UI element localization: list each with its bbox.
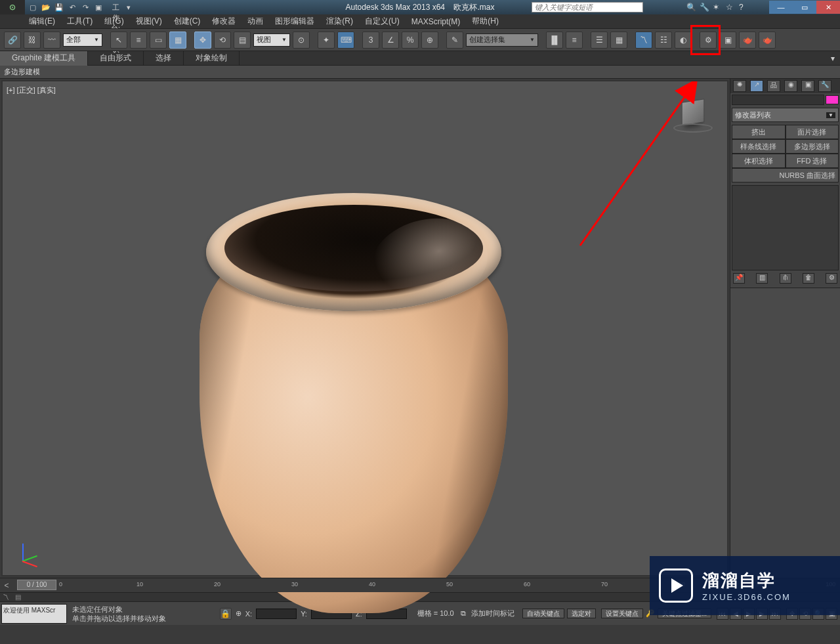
bind-spacewarp-icon[interactable]: 〰 (43, 32, 60, 49)
menu-modifiers[interactable]: 修改器 (212, 16, 236, 27)
menu-customize[interactable]: 自定义(U) (365, 16, 400, 27)
modifier-list-dropdown[interactable]: 修改器列表▼ (732, 108, 839, 122)
minimize-button[interactable]: — (769, 1, 793, 14)
ribbon-collapse-icon[interactable]: ▾ (826, 54, 840, 63)
menu-maxscript[interactable]: MAXScript(M) (411, 17, 461, 26)
configure-sets-icon[interactable]: ⚙ (826, 273, 837, 284)
mod-btn-splinesel[interactable]: 样条线选择 (732, 139, 786, 154)
use-center-icon[interactable]: ⊙ (293, 32, 310, 49)
refcoord-dropdown[interactable]: 视图▼ (253, 33, 290, 47)
rendered-frame-icon[interactable]: ▣ (719, 32, 736, 49)
mod-btn-ffdsel[interactable]: FFD 选择 (786, 154, 839, 168)
pin-stack-icon[interactable]: 📌 (733, 273, 745, 284)
curve-editor-icon[interactable]: 〽 (635, 32, 652, 49)
ribbon-panel-polymodeling[interactable]: 多边形建模 (0, 66, 840, 79)
save-icon[interactable]: 💾 (54, 2, 64, 12)
new-icon[interactable]: ▢ (28, 2, 38, 12)
object-name-input[interactable] (732, 95, 824, 105)
render-production-icon[interactable]: 🫖 (739, 32, 756, 49)
exchange-icon[interactable]: ✶ (713, 3, 722, 12)
make-unique-icon[interactable]: ⫛ (780, 273, 791, 284)
remove-mod-icon[interactable]: 🗑 (803, 273, 814, 284)
undo-icon[interactable]: ↶ (67, 2, 77, 12)
setkey-button[interactable]: 设置关键点 (601, 609, 643, 618)
help-icon[interactable]: ? (739, 3, 748, 12)
link-icon[interactable]: 🔗 (4, 32, 21, 49)
open-icon[interactable]: 📂 (41, 2, 51, 12)
selection-filter-dropdown[interactable]: 全部▼ (63, 33, 102, 47)
menu-help[interactable]: 帮助(H) (472, 16, 499, 27)
select-move-icon[interactable]: ✥ (194, 32, 211, 49)
select-rotate-icon[interactable]: ⟲ (214, 32, 231, 49)
viewcube[interactable] (675, 97, 711, 134)
help-search-input[interactable] (532, 2, 643, 12)
angle-snap-icon[interactable]: ∠ (382, 32, 399, 49)
project-icon[interactable]: ▣ (93, 2, 104, 12)
redo-icon[interactable]: ↷ (80, 2, 91, 12)
ribbon-tab-graphite[interactable]: Graphite 建模工具 (0, 51, 88, 66)
tab-display-icon[interactable]: ▣ (801, 80, 814, 92)
schematic-view-icon[interactable]: ☷ (655, 32, 672, 49)
select-name-icon[interactable]: ≡ (130, 32, 147, 49)
menu-views[interactable]: 视图(V) (136, 16, 162, 27)
search-icon[interactable]: 🔍 (686, 3, 696, 12)
mod-btn-volsel[interactable]: 体积选择 (732, 154, 786, 168)
viewport[interactable]: [+] [正交] [真实] (1, 80, 728, 576)
menu-rendering[interactable]: 渲染(R) (326, 16, 353, 27)
ribbon-tab-paint[interactable]: 对象绘制 (184, 51, 240, 66)
tab-hierarchy-icon[interactable]: 品 (767, 80, 780, 92)
workspace-dropdown[interactable]: 工作台: 默认 (110, 2, 121, 12)
menu-tools[interactable]: 工具(T) (67, 16, 93, 27)
viewcube-ring-icon[interactable] (673, 123, 713, 133)
autokey-button[interactable]: 自动关键点 (522, 609, 564, 618)
menu-animation[interactable]: 动画 (247, 16, 263, 27)
tab-modify-icon[interactable]: ↗ (750, 80, 763, 92)
scene-object-cup[interactable] (193, 180, 514, 633)
mod-btn-polysel[interactable]: 多边形选择 (786, 139, 839, 154)
mirror-icon[interactable]: ▐▌ (546, 32, 563, 49)
keyboard-shortcut-icon[interactable]: ⌨ (337, 32, 354, 49)
app-logo-icon[interactable]: ⊙ (0, 0, 25, 14)
percent-snap-icon[interactable]: % (402, 32, 419, 49)
favorite-icon[interactable]: ☆ (726, 3, 735, 12)
subscription-icon[interactable]: 🔧 (700, 3, 709, 12)
show-end-result-icon[interactable]: ▥ (756, 273, 768, 284)
material-editor-icon[interactable]: ◐ (675, 32, 692, 49)
close-button[interactable]: ✕ (816, 1, 840, 14)
trackbar-mini-curve-icon[interactable]: 〽 (0, 593, 12, 601)
named-sets-edit-icon[interactable]: ✎ (446, 32, 463, 49)
object-color-swatch[interactable] (826, 95, 839, 104)
named-selection-dropdown[interactable]: 创建选择集▼ (466, 33, 538, 47)
spinner-snap-icon[interactable]: ⊕ (421, 32, 438, 49)
mod-btn-nurbssel[interactable]: NURBS 曲面选择 (732, 168, 839, 182)
maximize-button[interactable]: ▭ (793, 1, 816, 14)
time-slider-handle[interactable]: 0 / 100 (17, 580, 56, 590)
ribbon-toggle-icon[interactable]: ▦ (610, 32, 627, 49)
window-crossing-icon[interactable]: ▦ (169, 32, 186, 49)
select-object-icon[interactable]: ↖ (110, 32, 127, 49)
select-scale-icon[interactable]: ▤ (234, 32, 251, 49)
tab-motion-icon[interactable]: ◉ (784, 80, 797, 92)
select-region-icon[interactable]: ▭ (150, 32, 167, 49)
ribbon-tab-selection[interactable]: 选择 (144, 51, 184, 66)
snap-toggle-icon[interactable]: 3 (362, 32, 379, 49)
tab-create-icon[interactable]: ✺ (733, 80, 746, 92)
mod-btn-extrude[interactable]: 挤出 (732, 125, 786, 139)
render-setup-icon[interactable]: ⚙ (700, 32, 717, 49)
viewcube-cube-icon[interactable] (682, 98, 704, 125)
timeslider-left-icon[interactable]: < (0, 581, 13, 590)
render-iterative-icon[interactable]: 🫖 (759, 32, 776, 49)
selected-set-dropdown[interactable]: 选定对 (567, 609, 596, 618)
select-manipulate-icon[interactable]: ✦ (318, 32, 335, 49)
menu-create[interactable]: 创建(C) (174, 16, 201, 27)
unlink-icon[interactable]: ⛓ (24, 32, 41, 49)
menu-edit[interactable]: 编辑(E) (29, 16, 55, 27)
layer-manager-icon[interactable]: ☰ (591, 32, 608, 49)
viewport-label[interactable]: [+] [正交] [真实] (7, 85, 56, 95)
maxscript-mini-listener[interactable]: 欢迎使用 MAXScr (1, 604, 67, 624)
mod-btn-patchsel[interactable]: 面片选择 (786, 125, 839, 139)
tab-utilities-icon[interactable]: 🔧 (818, 80, 831, 92)
dropdown-arrow-icon[interactable]: ▾ (123, 2, 134, 12)
trackbar-filter-icon[interactable]: ▤ (12, 593, 24, 601)
align-icon[interactable]: ≡ (566, 32, 583, 49)
